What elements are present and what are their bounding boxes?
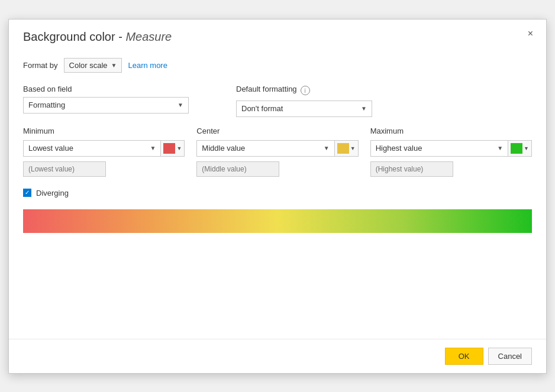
maximum-swatch-arrow: ▼ [524,145,529,151]
maximum-label: Maximum [370,127,532,135]
title-static: Background color - [23,30,125,43]
based-on-field-value: Formatting [28,101,65,109]
maximum-dropdown[interactable]: Highest value ▼ [370,140,508,157]
default-formatting-dropdown-row: Don't format ▼ [236,101,532,117]
minimum-section: Minimum Lowest value ▼ ▼ [23,127,196,177]
center-color-btn[interactable]: ▼ [335,140,359,157]
minimum-dropdown-value: Lowest value [28,144,73,153]
background-color-dialog: Background color - Measure × Format by C… [8,19,547,374]
gradient-preview-bar [23,209,532,233]
title-italic: Measure [125,30,172,43]
center-value-input[interactable] [196,161,279,177]
based-on-field-arrow: ▼ [178,102,183,108]
format-by-row: Format by Color scale ▼ Learn more [23,58,532,73]
center-control-row: Middle value ▼ ▼ [196,140,358,157]
minimum-swatch-arrow: ▼ [176,145,182,151]
color-scale-dropdown[interactable]: Color scale ▼ [64,58,122,73]
ok-button[interactable]: OK [445,348,483,365]
spacer [23,245,532,316]
center-dropdown-arrow: ▼ [324,145,330,151]
center-color-swatch [337,143,349,154]
minimum-value-input[interactable] [23,161,106,177]
title-bar: Background color - Measure × [9,20,546,51]
default-formatting-value: Don't format [241,104,283,113]
fields-row: Based on field Formatting ▼ Default form… [23,85,532,117]
default-formatting-dropdown[interactable]: Don't format ▼ [236,101,372,117]
dialog-title: Background color - Measure [23,30,172,44]
minimum-dropdown[interactable]: Lowest value ▼ [23,140,161,157]
maximum-color-btn[interactable]: ▼ [508,140,532,157]
default-formatting-label-row: Default formatting i [236,85,532,97]
center-section: Center Middle value ▼ ▼ [196,127,370,177]
color-scale-label: Color scale [69,61,108,70]
maximum-value-input[interactable] [370,161,453,177]
checkbox-check-icon: ✓ [25,190,30,196]
based-on-field-label: Based on field [23,85,212,93]
maximum-color-swatch [511,143,522,154]
center-swatch-arrow: ▼ [350,145,356,151]
default-formatting-arrow: ▼ [361,105,367,112]
cancel-button[interactable]: Cancel [488,348,532,365]
minimum-control-row: Lowest value ▼ ▼ [23,140,185,157]
minimum-color-btn[interactable]: ▼ [161,140,185,157]
dialog-body: Format by Color scale ▼ Learn more Based… [9,51,546,330]
center-dropdown-value: Middle value [202,144,245,153]
default-formatting-info-icon: i [301,86,310,95]
minimum-label: Minimum [23,127,185,135]
center-dropdown[interactable]: Middle value ▼ [196,140,334,157]
diverging-label: Diverging [36,189,69,197]
format-by-label: Format by [23,61,58,70]
close-button[interactable]: × [524,27,537,41]
color-scale-arrow: ▼ [111,62,117,69]
maximum-dropdown-value: Highest value [376,144,422,153]
learn-more-link[interactable]: Learn more [128,61,167,70]
maximum-dropdown-arrow: ▼ [497,145,503,151]
dialog-footer: OK Cancel [9,339,546,373]
center-label: Center [196,127,358,135]
minimum-dropdown-arrow: ▼ [150,145,156,151]
diverging-checkbox[interactable]: ✓ [23,189,31,197]
minimum-color-swatch [163,143,175,154]
based-on-field-section: Based on field Formatting ▼ [23,85,212,117]
default-formatting-section: Default formatting i Don't format ▼ [236,85,532,117]
min-center-max-row: Minimum Lowest value ▼ ▼ Center [23,127,532,177]
maximum-section: Maximum Highest value ▼ ▼ [370,127,532,177]
default-formatting-label: Default formatting [236,85,297,93]
based-on-field-dropdown[interactable]: Formatting ▼ [23,97,189,114]
maximum-control-row: Highest value ▼ ▼ [370,140,532,157]
diverging-row: ✓ Diverging [23,189,532,197]
based-on-field-dropdown-row: Formatting ▼ [23,97,212,114]
